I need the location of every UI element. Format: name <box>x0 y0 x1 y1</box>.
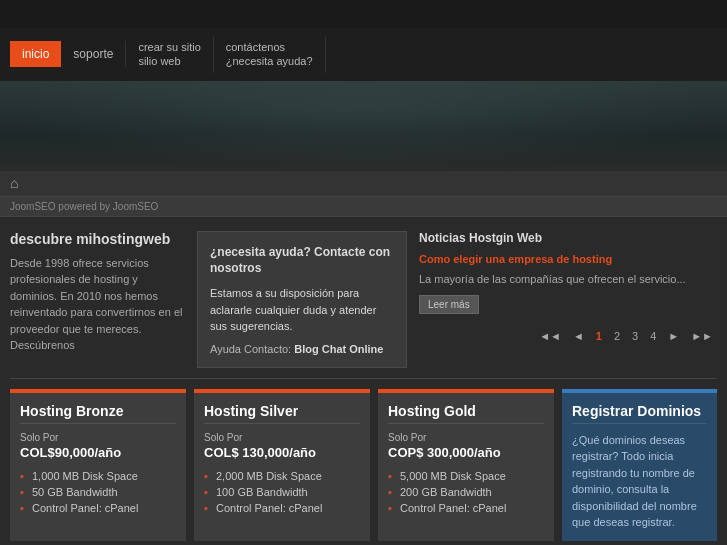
silver-price-label: Solo Por <box>204 432 360 443</box>
top-bar <box>0 0 727 28</box>
contact-body: Estamos a su disposición para aclararle … <box>210 285 394 335</box>
contact-link-chat[interactable]: Chat Online <box>322 343 384 355</box>
list-item: 1,000 MB Disk Space <box>20 468 176 484</box>
page-prev[interactable]: ◄ <box>569 328 588 344</box>
hosting-card-register: Registrar Dominios ¿Qué dominios deseas … <box>562 389 717 541</box>
nav-contactenos[interactable]: contáctenos ¿necesita ayuda? <box>214 36 326 73</box>
register-title: Registrar Dominios <box>572 403 707 424</box>
nav-bar: inicio soporte crear su sitio silio web … <box>0 28 727 81</box>
read-more-button[interactable]: Leer más <box>419 295 479 314</box>
contact-link-blog[interactable]: Blog <box>294 343 318 355</box>
contact-links-prefix: Ayuda Contacto: <box>210 343 291 355</box>
gold-title: Hosting Gold <box>388 403 544 424</box>
hosting-card-silver: Hosting Silver Solo Por COL$ 130,000/año… <box>194 389 370 541</box>
list-item: Control Panel: cPanel <box>204 500 360 516</box>
bronze-price: COL$90,000/año <box>20 445 176 460</box>
page-4[interactable]: 4 <box>646 328 660 344</box>
silver-features: 2,000 MB Disk Space 100 GB Bandwidth Con… <box>204 468 360 516</box>
bronze-title: Hosting Bronze <box>20 403 176 424</box>
hosting-card-bronze: Hosting Bronze Solo Por COL$90,000/año 1… <box>10 389 186 541</box>
silver-title: Hosting Silver <box>204 403 360 424</box>
gold-price: COP$ 300,000/año <box>388 445 544 460</box>
news-title: Noticias Hostgin Web <box>419 231 717 245</box>
about-title: descubre mihostingweb <box>10 231 185 247</box>
list-item: 200 GB Bandwidth <box>388 484 544 500</box>
list-item: Control Panel: cPanel <box>20 500 176 516</box>
pagination: ◄◄ ◄ 1 2 3 4 ► ►► <box>419 324 717 348</box>
nav-inicio[interactable]: inicio <box>10 41 61 67</box>
contact-box: ¿necesita ayuda? Contacte con nosotros E… <box>197 231 407 368</box>
list-item: 2,000 MB Disk Space <box>204 468 360 484</box>
about-body: Desde 1998 ofrece servicios profesionale… <box>10 255 185 354</box>
page-prev-all[interactable]: ◄◄ <box>535 328 565 344</box>
register-body: ¿Qué dominios deseas registrar? Todo ini… <box>572 432 707 531</box>
page-next[interactable]: ► <box>664 328 683 344</box>
contact-links: Ayuda Contacto: Blog Chat Online <box>210 343 394 355</box>
col-news: Noticias Hostgin Web Como elegir una emp… <box>419 231 717 368</box>
list-item: 100 GB Bandwidth <box>204 484 360 500</box>
page-3[interactable]: 3 <box>628 328 642 344</box>
contact-title: ¿necesita ayuda? Contacte con nosotros <box>210 244 394 278</box>
hero-area <box>0 81 727 171</box>
silver-price: COL$ 130,000/año <box>204 445 360 460</box>
list-item: 5,000 MB Disk Space <box>388 468 544 484</box>
home-icon[interactable]: ⌂ <box>10 175 18 191</box>
hosting-section: Hosting Bronze Solo Por COL$90,000/año 1… <box>0 379 727 545</box>
page-2[interactable]: 2 <box>610 328 624 344</box>
powered-text: JoomSEO powered by JoomSEO <box>10 201 158 212</box>
list-item: Control Panel: cPanel <box>388 500 544 516</box>
powered-bar: JoomSEO powered by JoomSEO <box>0 197 727 217</box>
nav-soporte[interactable]: soporte <box>61 41 126 67</box>
page-next-all[interactable]: ►► <box>687 328 717 344</box>
gold-price-label: Solo Por <box>388 432 544 443</box>
nav-crear-sitio[interactable]: crear su sitio silio web <box>126 36 213 73</box>
page-1[interactable]: 1 <box>592 328 606 344</box>
hosting-card-gold: Hosting Gold Solo Por COP$ 300,000/año 5… <box>378 389 554 541</box>
bronze-price-label: Solo Por <box>20 432 176 443</box>
breadcrumb-bar: ⌂ <box>0 171 727 197</box>
main-content: descubre mihostingweb Desde 1998 ofrece … <box>0 217 727 378</box>
gold-features: 5,000 MB Disk Space 200 GB Bandwidth Con… <box>388 468 544 516</box>
col-about: descubre mihostingweb Desde 1998 ofrece … <box>10 231 185 368</box>
news-article-body: La mayoría de las compañías que ofrecen … <box>419 271 717 288</box>
news-article-title[interactable]: Como elegir una empresa de hosting <box>419 253 717 265</box>
bronze-features: 1,000 MB Disk Space 50 GB Bandwidth Cont… <box>20 468 176 516</box>
list-item: 50 GB Bandwidth <box>20 484 176 500</box>
